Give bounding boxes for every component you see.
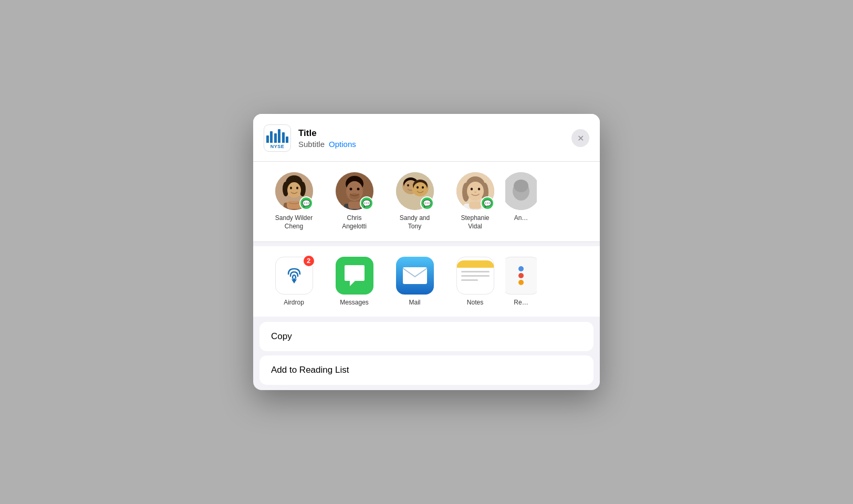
- app-notes[interactable]: Notes: [445, 257, 505, 306]
- contact-sandy-tony[interactable]: 💬 Sandy andTony: [384, 172, 445, 230]
- app-mail[interactable]: Mail: [384, 257, 445, 306]
- app-icon-nyse: NYSE: [264, 124, 291, 152]
- svg-point-16: [357, 188, 359, 191]
- svg-point-9: [296, 187, 298, 190]
- contact-sandy-wilder[interactable]: 💬 Sandy WilderCheng: [264, 172, 324, 230]
- messages-badge-chris: 💬: [360, 196, 373, 210]
- contact-name-chris: ChrisAngelotti: [342, 214, 367, 230]
- svg-point-37: [477, 188, 480, 191]
- contact-chris[interactable]: 💬 ChrisAngelotti: [324, 172, 384, 230]
- copy-button[interactable]: Copy: [259, 322, 594, 351]
- mail-icon: [396, 257, 434, 295]
- svg-point-30: [422, 186, 424, 188]
- add-to-reading-list-button[interactable]: Add to Reading List: [259, 355, 594, 385]
- svg-rect-45: [403, 267, 427, 284]
- contact-stephanie[interactable]: 💬 StephanieVidal: [445, 172, 505, 230]
- contact-name-sandy-wilder: Sandy WilderCheng: [275, 214, 313, 230]
- svg-point-28: [413, 182, 427, 196]
- app-label-partial: Re…: [514, 299, 528, 306]
- app-label-notes: Notes: [467, 299, 483, 306]
- sheet-subtitle: Subtitle: [298, 140, 325, 149]
- sheet-header: NYSE Title Subtitle Options ✕: [253, 114, 600, 162]
- svg-point-43: [514, 180, 528, 192]
- close-button[interactable]: ✕: [571, 129, 589, 147]
- svg-rect-19: [348, 202, 361, 209]
- contact-partial[interactable]: An…: [505, 172, 537, 230]
- svg-rect-40: [469, 202, 482, 209]
- airdrop-badge: 2: [303, 255, 315, 267]
- share-sheet: NYSE Title Subtitle Options ✕: [253, 114, 600, 390]
- sheet-title: Title: [298, 128, 564, 139]
- svg-point-24: [407, 184, 409, 186]
- app-messages[interactable]: Messages: [324, 257, 384, 306]
- contact-name-stephanie: StephanieVidal: [461, 214, 489, 230]
- svg-point-7: [287, 182, 301, 198]
- svg-point-8: [290, 187, 292, 190]
- svg-point-29: [417, 186, 419, 188]
- header-text-block: Title Subtitle Options: [298, 128, 564, 149]
- contacts-row: 💬 Sandy WilderCheng: [253, 162, 600, 242]
- messages-badge-stephanie: 💬: [481, 196, 494, 210]
- actions-section: Copy Add to Reading List: [253, 317, 600, 390]
- partial-app-icon: [505, 257, 537, 295]
- svg-point-44: [293, 278, 295, 280]
- app-airdrop[interactable]: 2 Airdrop: [264, 257, 324, 306]
- svg-point-38: [474, 192, 476, 193]
- app-label-mail: Mail: [409, 299, 420, 306]
- messages-icon: [336, 257, 373, 295]
- notes-icon: [456, 257, 494, 295]
- apps-row: 2 Airdrop Messages: [253, 246, 600, 317]
- svg-point-35: [467, 182, 484, 201]
- messages-badge-sandy-tony: 💬: [420, 196, 434, 210]
- messages-badge-sandy-wilder: 💬: [299, 196, 313, 210]
- app-label-messages: Messages: [340, 299, 369, 306]
- svg-point-36: [470, 188, 472, 191]
- contact-name-partial: An…: [514, 214, 528, 223]
- app-partial[interactable]: Re…: [505, 257, 537, 306]
- options-button[interactable]: Options: [329, 140, 356, 149]
- app-label-airdrop: Airdrop: [284, 299, 304, 306]
- svg-point-15: [349, 188, 352, 191]
- svg-point-17: [349, 193, 360, 200]
- contact-name-sandy-tony: Sandy andTony: [400, 214, 430, 230]
